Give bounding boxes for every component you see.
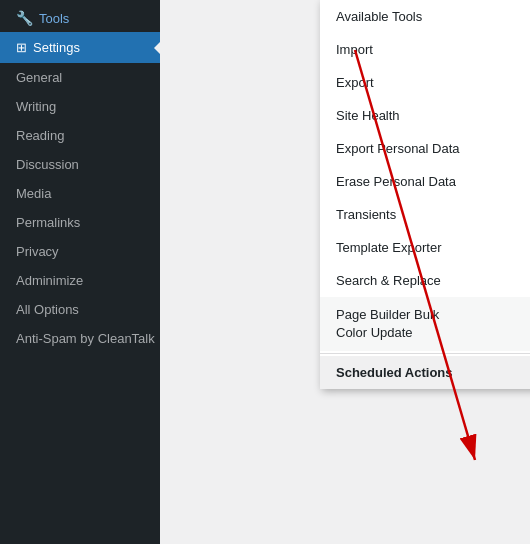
sidebar-item-discussion[interactable]: Discussion bbox=[0, 150, 160, 179]
submenu-template-exporter[interactable]: Template Exporter bbox=[320, 231, 530, 264]
submenu-export-personal[interactable]: Export Personal Data bbox=[320, 132, 530, 165]
sidebar-item-permalinks[interactable]: Permalinks bbox=[0, 208, 160, 237]
grid-icon: ⊞ bbox=[16, 40, 27, 55]
tools-label: Tools bbox=[39, 11, 69, 26]
sidebar-item-adminimize[interactable]: Adminimize bbox=[0, 266, 160, 295]
sidebar-item-tools[interactable]: 🔧 Tools bbox=[0, 0, 160, 32]
sidebar-item-general[interactable]: General bbox=[0, 63, 160, 92]
wrench-icon: 🔧 bbox=[16, 10, 33, 26]
sidebar-item-settings[interactable]: ⊞ Settings bbox=[0, 32, 160, 63]
main-content: ✓ ✓ ✓ Be Al Available Tools Import Expor… bbox=[160, 0, 530, 544]
submenu-search-replace[interactable]: Search & Replace bbox=[320, 264, 530, 297]
sidebar-item-all-options[interactable]: All Options bbox=[0, 295, 160, 324]
submenu-transients[interactable]: Transients bbox=[320, 198, 530, 231]
submenu-divider bbox=[320, 353, 530, 354]
sidebar-item-reading[interactable]: Reading bbox=[0, 121, 160, 150]
tools-submenu: Available Tools Import Export Site Healt… bbox=[320, 0, 530, 389]
submenu-erase-personal[interactable]: Erase Personal Data bbox=[320, 165, 530, 198]
sidebar-item-antispam[interactable]: Anti-Spam by CleanTalk bbox=[0, 324, 160, 353]
submenu-export[interactable]: Export bbox=[320, 66, 530, 99]
submenu-import[interactable]: Import bbox=[320, 33, 530, 66]
submenu-site-health[interactable]: Site Health bbox=[320, 99, 530, 132]
sidebar-item-privacy[interactable]: Privacy bbox=[0, 237, 160, 266]
submenu-scheduled-actions[interactable]: Scheduled Actions bbox=[320, 356, 530, 389]
sidebar-item-media[interactable]: Media bbox=[0, 179, 160, 208]
submenu-page-builder[interactable]: Page Builder Bulk Color Update bbox=[320, 297, 530, 351]
sidebar: 🔧 Tools ⊞ Settings General Writing Readi… bbox=[0, 0, 160, 544]
sidebar-item-writing[interactable]: Writing bbox=[0, 92, 160, 121]
submenu-available-tools[interactable]: Available Tools bbox=[320, 0, 530, 33]
settings-label: Settings bbox=[33, 40, 80, 55]
